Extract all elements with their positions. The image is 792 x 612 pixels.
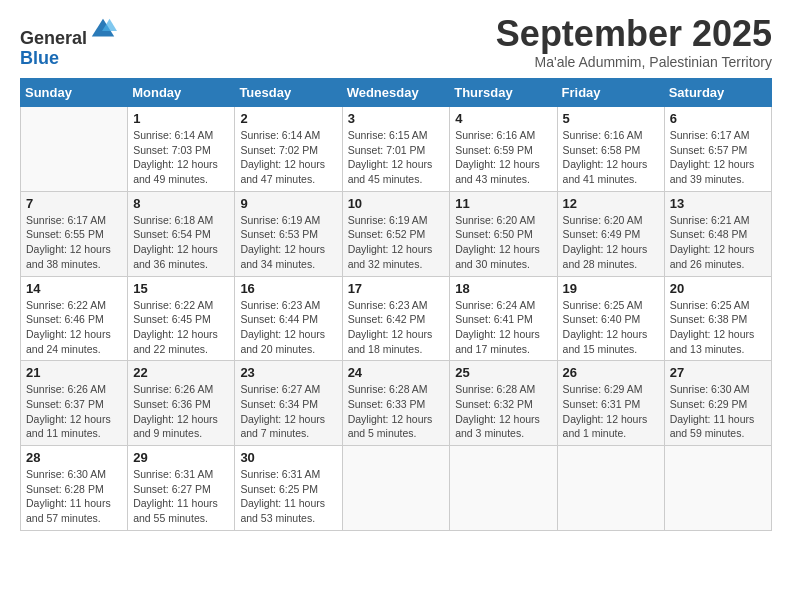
day-info: Sunrise: 6:20 AMSunset: 6:49 PMDaylight:… — [563, 213, 659, 272]
day-number: 16 — [240, 281, 336, 296]
weekday-header-saturday: Saturday — [664, 79, 771, 107]
calendar-cell: 8Sunrise: 6:18 AMSunset: 6:54 PMDaylight… — [128, 191, 235, 276]
day-number: 5 — [563, 111, 659, 126]
day-number: 7 — [26, 196, 122, 211]
calendar-cell: 2Sunrise: 6:14 AMSunset: 7:02 PMDaylight… — [235, 107, 342, 192]
day-number: 22 — [133, 365, 229, 380]
day-info: Sunrise: 6:14 AMSunset: 7:02 PMDaylight:… — [240, 128, 336, 187]
calendar-cell: 17Sunrise: 6:23 AMSunset: 6:42 PMDayligh… — [342, 276, 450, 361]
day-info: Sunrise: 6:16 AMSunset: 6:59 PMDaylight:… — [455, 128, 551, 187]
day-info: Sunrise: 6:17 AMSunset: 6:57 PMDaylight:… — [670, 128, 766, 187]
day-number: 6 — [670, 111, 766, 126]
calendar-cell: 1Sunrise: 6:14 AMSunset: 7:03 PMDaylight… — [128, 107, 235, 192]
day-info: Sunrise: 6:28 AMSunset: 6:32 PMDaylight:… — [455, 382, 551, 441]
day-info: Sunrise: 6:31 AMSunset: 6:25 PMDaylight:… — [240, 467, 336, 526]
day-number: 2 — [240, 111, 336, 126]
weekday-header-thursday: Thursday — [450, 79, 557, 107]
day-info: Sunrise: 6:26 AMSunset: 6:37 PMDaylight:… — [26, 382, 122, 441]
day-number: 23 — [240, 365, 336, 380]
day-number: 26 — [563, 365, 659, 380]
day-number: 27 — [670, 365, 766, 380]
month-title: September 2025 — [496, 16, 772, 52]
calendar-week-row: 1Sunrise: 6:14 AMSunset: 7:03 PMDaylight… — [21, 107, 772, 192]
day-info: Sunrise: 6:26 AMSunset: 6:36 PMDaylight:… — [133, 382, 229, 441]
calendar-week-row: 14Sunrise: 6:22 AMSunset: 6:46 PMDayligh… — [21, 276, 772, 361]
day-number: 18 — [455, 281, 551, 296]
weekday-header-friday: Friday — [557, 79, 664, 107]
calendar-cell: 16Sunrise: 6:23 AMSunset: 6:44 PMDayligh… — [235, 276, 342, 361]
logo: General Blue — [20, 16, 117, 69]
calendar-cell — [21, 107, 128, 192]
day-number: 24 — [348, 365, 445, 380]
logo-general-text: General — [20, 28, 87, 48]
day-info: Sunrise: 6:25 AMSunset: 6:38 PMDaylight:… — [670, 298, 766, 357]
day-info: Sunrise: 6:20 AMSunset: 6:50 PMDaylight:… — [455, 213, 551, 272]
day-info: Sunrise: 6:23 AMSunset: 6:44 PMDaylight:… — [240, 298, 336, 357]
weekday-header-monday: Monday — [128, 79, 235, 107]
calendar-cell: 7Sunrise: 6:17 AMSunset: 6:55 PMDaylight… — [21, 191, 128, 276]
calendar-cell: 25Sunrise: 6:28 AMSunset: 6:32 PMDayligh… — [450, 361, 557, 446]
day-info: Sunrise: 6:22 AMSunset: 6:46 PMDaylight:… — [26, 298, 122, 357]
day-info: Sunrise: 6:18 AMSunset: 6:54 PMDaylight:… — [133, 213, 229, 272]
weekday-header-tuesday: Tuesday — [235, 79, 342, 107]
calendar-cell: 22Sunrise: 6:26 AMSunset: 6:36 PMDayligh… — [128, 361, 235, 446]
day-number: 11 — [455, 196, 551, 211]
day-info: Sunrise: 6:31 AMSunset: 6:27 PMDaylight:… — [133, 467, 229, 526]
calendar-cell: 26Sunrise: 6:29 AMSunset: 6:31 PMDayligh… — [557, 361, 664, 446]
day-info: Sunrise: 6:24 AMSunset: 6:41 PMDaylight:… — [455, 298, 551, 357]
logo-icon — [89, 16, 117, 44]
day-info: Sunrise: 6:15 AMSunset: 7:01 PMDaylight:… — [348, 128, 445, 187]
calendar-cell: 19Sunrise: 6:25 AMSunset: 6:40 PMDayligh… — [557, 276, 664, 361]
day-number: 29 — [133, 450, 229, 465]
calendar-cell: 21Sunrise: 6:26 AMSunset: 6:37 PMDayligh… — [21, 361, 128, 446]
calendar-cell: 23Sunrise: 6:27 AMSunset: 6:34 PMDayligh… — [235, 361, 342, 446]
day-number: 17 — [348, 281, 445, 296]
calendar-cell: 11Sunrise: 6:20 AMSunset: 6:50 PMDayligh… — [450, 191, 557, 276]
logo-blue-text: Blue — [20, 48, 59, 68]
day-info: Sunrise: 6:14 AMSunset: 7:03 PMDaylight:… — [133, 128, 229, 187]
calendar-cell: 3Sunrise: 6:15 AMSunset: 7:01 PMDaylight… — [342, 107, 450, 192]
day-info: Sunrise: 6:30 AMSunset: 6:28 PMDaylight:… — [26, 467, 122, 526]
calendar-cell: 6Sunrise: 6:17 AMSunset: 6:57 PMDaylight… — [664, 107, 771, 192]
calendar-cell — [557, 446, 664, 531]
calendar-header-row: SundayMondayTuesdayWednesdayThursdayFrid… — [21, 79, 772, 107]
calendar-cell: 28Sunrise: 6:30 AMSunset: 6:28 PMDayligh… — [21, 446, 128, 531]
calendar-cell: 29Sunrise: 6:31 AMSunset: 6:27 PMDayligh… — [128, 446, 235, 531]
calendar-cell: 24Sunrise: 6:28 AMSunset: 6:33 PMDayligh… — [342, 361, 450, 446]
calendar-week-row: 28Sunrise: 6:30 AMSunset: 6:28 PMDayligh… — [21, 446, 772, 531]
day-info: Sunrise: 6:19 AMSunset: 6:53 PMDaylight:… — [240, 213, 336, 272]
day-number: 21 — [26, 365, 122, 380]
weekday-header-sunday: Sunday — [21, 79, 128, 107]
weekday-header-wednesday: Wednesday — [342, 79, 450, 107]
calendar-cell: 20Sunrise: 6:25 AMSunset: 6:38 PMDayligh… — [664, 276, 771, 361]
day-number: 3 — [348, 111, 445, 126]
title-block: September 2025 Ma'ale Adummim, Palestini… — [496, 16, 772, 70]
day-info: Sunrise: 6:30 AMSunset: 6:29 PMDaylight:… — [670, 382, 766, 441]
calendar-cell: 15Sunrise: 6:22 AMSunset: 6:45 PMDayligh… — [128, 276, 235, 361]
day-info: Sunrise: 6:21 AMSunset: 6:48 PMDaylight:… — [670, 213, 766, 272]
calendar-cell — [342, 446, 450, 531]
day-info: Sunrise: 6:27 AMSunset: 6:34 PMDaylight:… — [240, 382, 336, 441]
calendar-cell: 9Sunrise: 6:19 AMSunset: 6:53 PMDaylight… — [235, 191, 342, 276]
calendar-week-row: 7Sunrise: 6:17 AMSunset: 6:55 PMDaylight… — [21, 191, 772, 276]
calendar-cell: 13Sunrise: 6:21 AMSunset: 6:48 PMDayligh… — [664, 191, 771, 276]
calendar-cell — [664, 446, 771, 531]
day-info: Sunrise: 6:22 AMSunset: 6:45 PMDaylight:… — [133, 298, 229, 357]
calendar-cell: 27Sunrise: 6:30 AMSunset: 6:29 PMDayligh… — [664, 361, 771, 446]
calendar-cell: 12Sunrise: 6:20 AMSunset: 6:49 PMDayligh… — [557, 191, 664, 276]
day-number: 28 — [26, 450, 122, 465]
calendar-cell: 10Sunrise: 6:19 AMSunset: 6:52 PMDayligh… — [342, 191, 450, 276]
day-number: 14 — [26, 281, 122, 296]
day-number: 20 — [670, 281, 766, 296]
calendar-week-row: 21Sunrise: 6:26 AMSunset: 6:37 PMDayligh… — [21, 361, 772, 446]
day-number: 12 — [563, 196, 659, 211]
calendar-cell: 4Sunrise: 6:16 AMSunset: 6:59 PMDaylight… — [450, 107, 557, 192]
day-number: 19 — [563, 281, 659, 296]
day-number: 15 — [133, 281, 229, 296]
day-info: Sunrise: 6:19 AMSunset: 6:52 PMDaylight:… — [348, 213, 445, 272]
day-number: 13 — [670, 196, 766, 211]
calendar-cell: 14Sunrise: 6:22 AMSunset: 6:46 PMDayligh… — [21, 276, 128, 361]
day-info: Sunrise: 6:25 AMSunset: 6:40 PMDaylight:… — [563, 298, 659, 357]
day-info: Sunrise: 6:16 AMSunset: 6:58 PMDaylight:… — [563, 128, 659, 187]
day-info: Sunrise: 6:29 AMSunset: 6:31 PMDaylight:… — [563, 382, 659, 441]
